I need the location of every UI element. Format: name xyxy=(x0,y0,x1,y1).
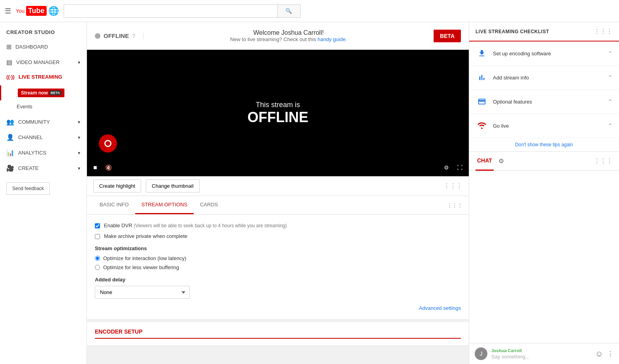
video-player: This stream is OFFLINE ■ 🔇 ⚙ ⛶ xyxy=(87,50,469,176)
globe-icon: 🌐 xyxy=(48,6,59,16)
chat-placeholder[interactable]: Say something... xyxy=(491,354,591,360)
chat-header: CHAT ⚙ ⋮⋮⋮ xyxy=(469,152,619,171)
radio-less-buffering-row[interactable]: Optimize for less viewer buffering xyxy=(95,264,461,270)
download-icon xyxy=(476,47,488,60)
expand-arrow-icon: ▾ xyxy=(78,60,80,65)
checklist-expand-icon: ⌃ xyxy=(608,50,613,57)
wifi-icon xyxy=(476,119,488,132)
checklist-encoding-label: Set up encoding software xyxy=(493,51,608,57)
video-manager-icon: ▤ xyxy=(6,58,12,66)
dashboard-icon: ⊞ xyxy=(6,43,11,51)
change-thumbnail-button[interactable]: Change thumbnail xyxy=(146,179,200,192)
channel-icon: 👤 xyxy=(6,134,14,141)
tab-stream-options[interactable]: STREAM OPTIONS xyxy=(135,196,194,214)
checklist-header: LIVE STREAMING CHECKLIST ⋮⋮⋮ xyxy=(469,22,619,41)
stream-options-content: Enable DVR (Viewers will be able to seek… xyxy=(87,215,469,319)
youtube-logo[interactable]: YouTube 🌐 xyxy=(16,6,59,16)
enable-dvr-row: Enable DVR (Viewers will be able to seek… xyxy=(95,223,461,228)
settings-button[interactable]: ⚙ xyxy=(442,163,451,172)
record-button[interactable] xyxy=(99,134,117,153)
checklist-item-stream-info[interactable]: Add stream info ⌃ xyxy=(469,66,619,90)
chat-more-options-icon[interactable]: ⋮ xyxy=(607,350,613,358)
sidebar-item-label: VIDEO MANAGER xyxy=(16,59,60,65)
checklist-stream-info-label: Add stream info xyxy=(493,75,608,81)
sidebar-item-live-streaming[interactable]: ((·)) LIVE STREAMING xyxy=(0,70,87,84)
stop-button[interactable]: ■ xyxy=(92,162,99,173)
create-highlight-button[interactable]: Create highlight xyxy=(93,179,141,192)
menu-icon[interactable]: ☰ xyxy=(5,7,11,15)
content-area: OFFLINE ? Welcome Joshua Carroll! New to… xyxy=(87,22,469,364)
chat-footer: J Joshua Carroll Say something... ☺ ⋮ xyxy=(469,343,619,364)
emoji-icon[interactable]: ☺ xyxy=(595,349,603,358)
checklist-title: LIVE STREAMING CHECKLIST xyxy=(476,29,594,34)
chat-user-name: Joshua Carroll xyxy=(491,348,591,353)
chat-gear-icon[interactable]: ⚙ xyxy=(498,157,504,165)
chat-avatar: J xyxy=(475,347,487,360)
handy-guide-link[interactable]: handy guide. xyxy=(317,36,347,42)
radio-low-latency[interactable] xyxy=(95,256,100,261)
sidebar-item-dashboard[interactable]: ⊞ DASHBOARD xyxy=(0,39,87,55)
sidebar-item-label: LIVE STREAMING xyxy=(19,74,62,80)
offline-text: OFFLINE xyxy=(104,32,129,39)
sidebar-title: CREATOR STUDIO xyxy=(0,22,87,39)
checklist-expand-icon: ⌃ xyxy=(608,122,613,130)
checklist-item-encoding[interactable]: Set up encoding software ⌃ xyxy=(469,41,619,66)
fullscreen-button[interactable]: ⛶ xyxy=(455,163,464,172)
enable-dvr-label: Enable DVR xyxy=(104,223,132,228)
sidebar-item-label: ANALYTICS xyxy=(18,150,46,156)
tab-basic-info[interactable]: BASIC INFO xyxy=(93,196,135,214)
right-panel: LIVE STREAMING CHECKLIST ⋮⋮⋮ Set up enco… xyxy=(469,22,619,364)
welcome-section: Welcome Joshua Carroll! New to live stre… xyxy=(151,29,426,42)
sidebar-item-label: DASHBOARD xyxy=(15,44,48,50)
radio-low-latency-row[interactable]: Optimize for interaction (low latency) xyxy=(95,255,461,261)
checklist-dots-icon[interactable]: ⋮⋮⋮ xyxy=(594,28,613,35)
sidebar-sub-item-stream-now[interactable]: Stream now BETA xyxy=(0,85,87,100)
tab-cards[interactable]: CARDS xyxy=(194,196,225,214)
sidebar-item-channel[interactable]: 👤 CHANNEL ▾ xyxy=(0,130,87,145)
sidebar-sub-item-events[interactable]: Events xyxy=(0,100,87,113)
search-button[interactable]: 🔍 xyxy=(277,4,301,18)
enable-dvr-checkbox[interactable] xyxy=(95,223,100,228)
sidebar-item-analytics[interactable]: 📊 ANALYTICS ▾ xyxy=(0,145,87,160)
radio-less-buffering[interactable] xyxy=(95,265,100,270)
live-streaming-icon: ((·)) xyxy=(6,74,15,80)
make-archive-row: Make archive private when complete xyxy=(95,233,461,239)
checklist-item-optional[interactable]: Optional features ⌃ xyxy=(469,90,619,114)
sidebar-item-video-manager[interactable]: ▤ VIDEO MANAGER ▾ xyxy=(0,55,87,70)
chat-body xyxy=(469,171,619,343)
dont-show-tips-link[interactable]: Don't show these tips again xyxy=(469,138,619,152)
advanced-settings-link[interactable]: Advanced settings xyxy=(95,305,461,311)
main-layout: CREATOR STUDIO ⊞ DASHBOARD ▤ VIDEO MANAG… xyxy=(0,22,619,364)
volume-button[interactable]: 🔇 xyxy=(104,163,113,172)
sidebar-item-label: COMMUNITY xyxy=(18,119,50,125)
checklist-expand-icon: ⌃ xyxy=(608,98,613,106)
welcome-title: Welcome Joshua Carroll! xyxy=(151,29,426,36)
send-feedback-button[interactable]: Send feedback xyxy=(6,182,50,195)
sidebar-item-create[interactable]: 🎥 CREATE ▾ xyxy=(0,160,87,176)
bar-chart-icon xyxy=(476,71,488,84)
community-icon: 👥 xyxy=(6,118,14,126)
more-options-icon[interactable]: ⋮⋮⋮ xyxy=(443,182,462,190)
expand-arrow-icon: ▾ xyxy=(78,166,80,171)
sidebar-item-community[interactable]: 👥 COMMUNITY ▾ xyxy=(0,114,87,130)
expand-arrow-icon: ▾ xyxy=(78,150,80,156)
card-icon xyxy=(476,95,488,108)
below-video-bar: Create highlight Change thumbnail ⋮⋮⋮ xyxy=(87,176,469,196)
logo-tube: Tube xyxy=(26,6,47,16)
chat-tab[interactable]: CHAT xyxy=(476,152,494,171)
stream-optimizations-title: Stream optimizations xyxy=(95,245,461,251)
sidebar-item-label: CHANNEL xyxy=(18,134,43,140)
chat-input-area: Joshua Carroll Say something... xyxy=(491,348,591,360)
search-input[interactable] xyxy=(64,4,277,18)
video-offline-text: This stream is OFFLINE xyxy=(247,101,308,126)
checklist-optional-label: Optional features xyxy=(493,99,608,105)
checklist-expand-icon: ⌃ xyxy=(608,74,613,81)
checklist-item-golive[interactable]: Go live ⌃ xyxy=(469,114,619,138)
beta-label: BETA xyxy=(49,91,61,95)
delay-select[interactable]: None Normal delay (5s) Low delay (2s) xyxy=(95,286,190,299)
chat-more-icon[interactable]: ⋮⋮⋮ xyxy=(594,157,613,165)
offline-help-icon[interactable]: ? xyxy=(132,33,135,39)
expand-arrow-icon: ▾ xyxy=(78,135,80,140)
tab-more-icon[interactable]: ⋮⋮⋮ xyxy=(447,202,462,208)
make-archive-checkbox[interactable] xyxy=(95,234,100,239)
